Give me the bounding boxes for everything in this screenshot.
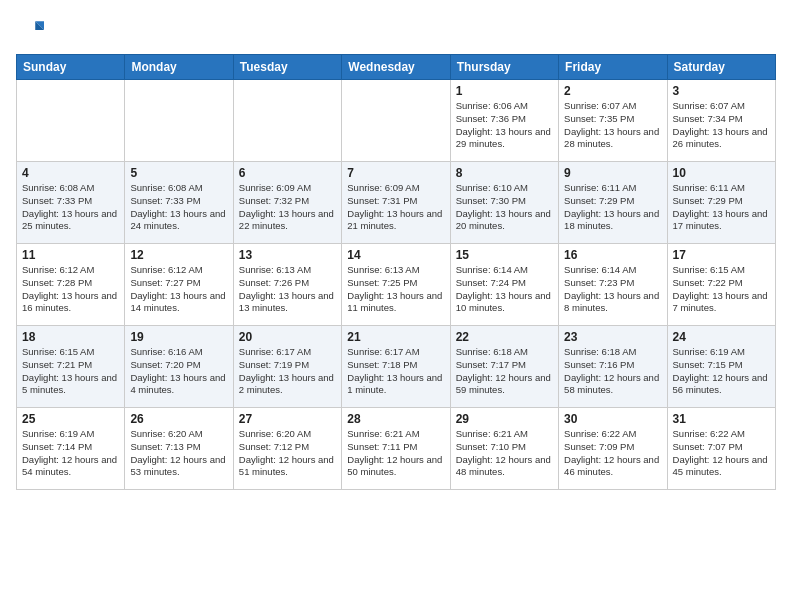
- calendar-cell: 8Sunrise: 6:10 AM Sunset: 7:30 PM Daylig…: [450, 162, 558, 244]
- day-number: 12: [130, 248, 227, 262]
- column-header-friday: Friday: [559, 55, 667, 80]
- day-number: 6: [239, 166, 336, 180]
- calendar-cell: 5Sunrise: 6:08 AM Sunset: 7:33 PM Daylig…: [125, 162, 233, 244]
- calendar-cell: 31Sunrise: 6:22 AM Sunset: 7:07 PM Dayli…: [667, 408, 775, 490]
- calendar-cell: 2Sunrise: 6:07 AM Sunset: 7:35 PM Daylig…: [559, 80, 667, 162]
- day-info: Sunrise: 6:10 AM Sunset: 7:30 PM Dayligh…: [456, 182, 553, 233]
- day-info: Sunrise: 6:09 AM Sunset: 7:32 PM Dayligh…: [239, 182, 336, 233]
- calendar-cell: 18Sunrise: 6:15 AM Sunset: 7:21 PM Dayli…: [17, 326, 125, 408]
- day-number: 17: [673, 248, 770, 262]
- day-number: 10: [673, 166, 770, 180]
- day-info: Sunrise: 6:15 AM Sunset: 7:22 PM Dayligh…: [673, 264, 770, 315]
- day-number: 18: [22, 330, 119, 344]
- day-number: 7: [347, 166, 444, 180]
- day-info: Sunrise: 6:16 AM Sunset: 7:20 PM Dayligh…: [130, 346, 227, 397]
- calendar-cell: 9Sunrise: 6:11 AM Sunset: 7:29 PM Daylig…: [559, 162, 667, 244]
- day-number: 3: [673, 84, 770, 98]
- day-info: Sunrise: 6:19 AM Sunset: 7:15 PM Dayligh…: [673, 346, 770, 397]
- calendar-cell: 14Sunrise: 6:13 AM Sunset: 7:25 PM Dayli…: [342, 244, 450, 326]
- day-number: 24: [673, 330, 770, 344]
- day-number: 23: [564, 330, 661, 344]
- calendar-cell: 17Sunrise: 6:15 AM Sunset: 7:22 PM Dayli…: [667, 244, 775, 326]
- day-info: Sunrise: 6:07 AM Sunset: 7:34 PM Dayligh…: [673, 100, 770, 151]
- day-number: 21: [347, 330, 444, 344]
- calendar-cell: 12Sunrise: 6:12 AM Sunset: 7:27 PM Dayli…: [125, 244, 233, 326]
- day-info: Sunrise: 6:13 AM Sunset: 7:25 PM Dayligh…: [347, 264, 444, 315]
- day-info: Sunrise: 6:22 AM Sunset: 7:09 PM Dayligh…: [564, 428, 661, 479]
- calendar-table: SundayMondayTuesdayWednesdayThursdayFrid…: [16, 54, 776, 490]
- day-info: Sunrise: 6:19 AM Sunset: 7:14 PM Dayligh…: [22, 428, 119, 479]
- calendar-cell: 19Sunrise: 6:16 AM Sunset: 7:20 PM Dayli…: [125, 326, 233, 408]
- day-number: 16: [564, 248, 661, 262]
- day-info: Sunrise: 6:11 AM Sunset: 7:29 PM Dayligh…: [673, 182, 770, 233]
- page-header: [16, 16, 776, 44]
- week-row-3: 11Sunrise: 6:12 AM Sunset: 7:28 PM Dayli…: [17, 244, 776, 326]
- day-info: Sunrise: 6:18 AM Sunset: 7:16 PM Dayligh…: [564, 346, 661, 397]
- day-info: Sunrise: 6:17 AM Sunset: 7:18 PM Dayligh…: [347, 346, 444, 397]
- calendar-cell: 23Sunrise: 6:18 AM Sunset: 7:16 PM Dayli…: [559, 326, 667, 408]
- week-row-5: 25Sunrise: 6:19 AM Sunset: 7:14 PM Dayli…: [17, 408, 776, 490]
- calendar-cell: 13Sunrise: 6:13 AM Sunset: 7:26 PM Dayli…: [233, 244, 341, 326]
- day-number: 29: [456, 412, 553, 426]
- day-number: 14: [347, 248, 444, 262]
- calendar-cell: 7Sunrise: 6:09 AM Sunset: 7:31 PM Daylig…: [342, 162, 450, 244]
- calendar-cell: 30Sunrise: 6:22 AM Sunset: 7:09 PM Dayli…: [559, 408, 667, 490]
- day-info: Sunrise: 6:08 AM Sunset: 7:33 PM Dayligh…: [130, 182, 227, 233]
- calendar-cell: [233, 80, 341, 162]
- calendar-cell: [342, 80, 450, 162]
- calendar-cell: 15Sunrise: 6:14 AM Sunset: 7:24 PM Dayli…: [450, 244, 558, 326]
- calendar-cell: 20Sunrise: 6:17 AM Sunset: 7:19 PM Dayli…: [233, 326, 341, 408]
- day-info: Sunrise: 6:17 AM Sunset: 7:19 PM Dayligh…: [239, 346, 336, 397]
- day-info: Sunrise: 6:14 AM Sunset: 7:23 PM Dayligh…: [564, 264, 661, 315]
- day-number: 8: [456, 166, 553, 180]
- day-number: 28: [347, 412, 444, 426]
- day-number: 11: [22, 248, 119, 262]
- day-number: 15: [456, 248, 553, 262]
- day-info: Sunrise: 6:13 AM Sunset: 7:26 PM Dayligh…: [239, 264, 336, 315]
- day-info: Sunrise: 6:06 AM Sunset: 7:36 PM Dayligh…: [456, 100, 553, 151]
- calendar-cell: 25Sunrise: 6:19 AM Sunset: 7:14 PM Dayli…: [17, 408, 125, 490]
- calendar-cell: 4Sunrise: 6:08 AM Sunset: 7:33 PM Daylig…: [17, 162, 125, 244]
- logo: [16, 16, 48, 44]
- day-info: Sunrise: 6:18 AM Sunset: 7:17 PM Dayligh…: [456, 346, 553, 397]
- calendar-cell: 27Sunrise: 6:20 AM Sunset: 7:12 PM Dayli…: [233, 408, 341, 490]
- day-info: Sunrise: 6:08 AM Sunset: 7:33 PM Dayligh…: [22, 182, 119, 233]
- calendar-cell: 6Sunrise: 6:09 AM Sunset: 7:32 PM Daylig…: [233, 162, 341, 244]
- day-number: 9: [564, 166, 661, 180]
- day-info: Sunrise: 6:12 AM Sunset: 7:27 PM Dayligh…: [130, 264, 227, 315]
- week-row-1: 1Sunrise: 6:06 AM Sunset: 7:36 PM Daylig…: [17, 80, 776, 162]
- column-header-monday: Monday: [125, 55, 233, 80]
- calendar-header-row: SundayMondayTuesdayWednesdayThursdayFrid…: [17, 55, 776, 80]
- column-header-wednesday: Wednesday: [342, 55, 450, 80]
- day-number: 31: [673, 412, 770, 426]
- column-header-tuesday: Tuesday: [233, 55, 341, 80]
- calendar-cell: [125, 80, 233, 162]
- logo-icon: [16, 16, 44, 44]
- day-number: 27: [239, 412, 336, 426]
- day-info: Sunrise: 6:15 AM Sunset: 7:21 PM Dayligh…: [22, 346, 119, 397]
- calendar-cell: 1Sunrise: 6:06 AM Sunset: 7:36 PM Daylig…: [450, 80, 558, 162]
- day-number: 4: [22, 166, 119, 180]
- day-number: 26: [130, 412, 227, 426]
- day-info: Sunrise: 6:21 AM Sunset: 7:11 PM Dayligh…: [347, 428, 444, 479]
- column-header-thursday: Thursday: [450, 55, 558, 80]
- day-number: 20: [239, 330, 336, 344]
- column-header-sunday: Sunday: [17, 55, 125, 80]
- day-number: 19: [130, 330, 227, 344]
- week-row-4: 18Sunrise: 6:15 AM Sunset: 7:21 PM Dayli…: [17, 326, 776, 408]
- day-number: 2: [564, 84, 661, 98]
- day-number: 1: [456, 84, 553, 98]
- calendar-cell: 3Sunrise: 6:07 AM Sunset: 7:34 PM Daylig…: [667, 80, 775, 162]
- calendar-cell: 22Sunrise: 6:18 AM Sunset: 7:17 PM Dayli…: [450, 326, 558, 408]
- calendar-cell: 26Sunrise: 6:20 AM Sunset: 7:13 PM Dayli…: [125, 408, 233, 490]
- column-header-saturday: Saturday: [667, 55, 775, 80]
- day-info: Sunrise: 6:11 AM Sunset: 7:29 PM Dayligh…: [564, 182, 661, 233]
- day-number: 25: [22, 412, 119, 426]
- calendar-cell: 29Sunrise: 6:21 AM Sunset: 7:10 PM Dayli…: [450, 408, 558, 490]
- calendar-cell: 21Sunrise: 6:17 AM Sunset: 7:18 PM Dayli…: [342, 326, 450, 408]
- day-info: Sunrise: 6:20 AM Sunset: 7:12 PM Dayligh…: [239, 428, 336, 479]
- day-info: Sunrise: 6:09 AM Sunset: 7:31 PM Dayligh…: [347, 182, 444, 233]
- calendar-cell: 24Sunrise: 6:19 AM Sunset: 7:15 PM Dayli…: [667, 326, 775, 408]
- day-info: Sunrise: 6:22 AM Sunset: 7:07 PM Dayligh…: [673, 428, 770, 479]
- day-number: 30: [564, 412, 661, 426]
